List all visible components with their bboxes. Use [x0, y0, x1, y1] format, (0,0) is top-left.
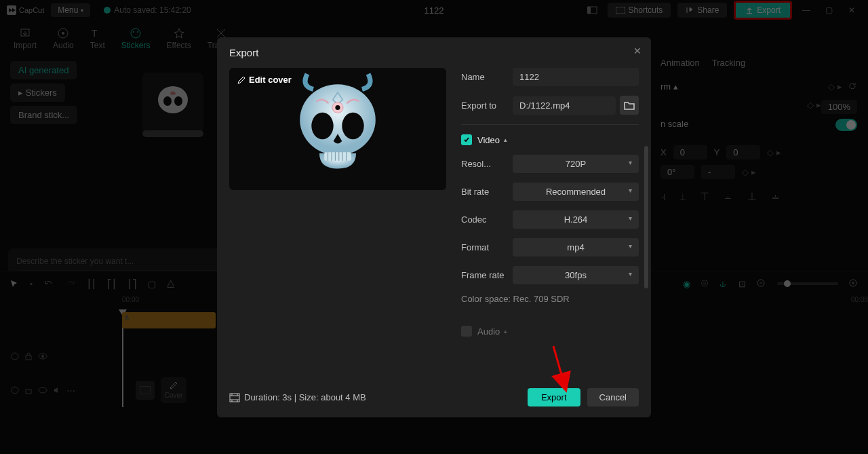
resolution-select[interactable]: 720P: [513, 155, 639, 173]
svg-point-25: [311, 113, 333, 140]
svg-point-26: [342, 113, 363, 140]
skull-image: [277, 68, 399, 190]
audio-section-label: Audio: [477, 326, 500, 337]
edit-cover-button[interactable]: Edit cover: [237, 75, 292, 85]
format-select[interactable]: mp4: [513, 238, 639, 257]
film-icon: [229, 393, 240, 402]
format-label: Format: [461, 242, 513, 252]
duration-info: Duration: 3s | Size: about 4 MB: [229, 392, 366, 402]
check-icon: [463, 136, 470, 143]
pencil-icon: [237, 76, 245, 84]
modal-title: Export: [229, 47, 639, 58]
svg-rect-30: [230, 394, 239, 402]
resolution-label: Resol...: [461, 159, 513, 169]
cover-preview[interactable]: Edit cover: [229, 68, 446, 190]
bitrate-label: Bit rate: [461, 187, 513, 197]
modal-close-icon[interactable]: ✕: [633, 45, 642, 56]
svg-rect-27: [324, 152, 351, 161]
folder-button[interactable]: [620, 96, 639, 115]
svg-point-29: [335, 105, 340, 110]
cancel-button[interactable]: Cancel: [587, 388, 639, 406]
export-confirm-button[interactable]: Export: [528, 388, 580, 406]
name-input[interactable]: 1122: [513, 68, 639, 86]
codec-select[interactable]: H.264: [513, 210, 639, 229]
audio-checkbox[interactable]: [461, 326, 472, 337]
framerate-select[interactable]: 30fps: [513, 266, 639, 284]
name-label: Name: [461, 72, 513, 82]
modal-scrollbar[interactable]: [644, 146, 648, 288]
svg-point-24: [300, 84, 376, 155]
framerate-label: Frame rate: [461, 270, 513, 280]
export-to-label: Export to: [461, 100, 513, 111]
codec-label: Codec: [461, 214, 513, 225]
color-space-info: Color space: Rec. 709 SDR: [461, 294, 639, 304]
video-checkbox[interactable]: [461, 134, 472, 145]
folder-icon: [624, 100, 635, 110]
bitrate-select[interactable]: Recommended: [513, 183, 639, 201]
export-modal: Export ✕ Edit cover: [217, 37, 651, 417]
export-path-input[interactable]: D:/1122.mp4: [513, 96, 616, 115]
video-section-label: Video: [477, 135, 500, 145]
